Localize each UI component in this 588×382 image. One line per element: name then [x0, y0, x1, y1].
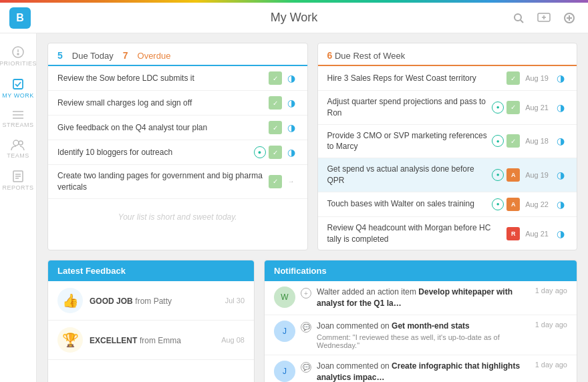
teal-circle[interactable]: ●: [254, 146, 266, 158]
check-btn[interactable]: ✓: [269, 121, 282, 134]
notif-content-2: Joan commented on Create infographic tha…: [317, 361, 530, 382]
check-btn[interactable]: ✓: [506, 134, 520, 148]
sidebar-item-streams[interactable]: STREAMS: [0, 104, 36, 131]
due-date: Aug 22: [525, 200, 549, 208]
feedback-badge-1: EXCELLENT: [90, 336, 137, 345]
task-text: Review Q4 headcount with Morgan before H…: [327, 222, 503, 245]
check-btn[interactable]: ✓: [269, 96, 282, 110]
svg-point-15: [13, 140, 19, 146]
check-btn[interactable]: ✓: [269, 175, 282, 188]
task-actions: R Aug 21 ◑: [506, 227, 567, 240]
due-today-panel: 5 Due Today 7 Overdue Review the Sow bef…: [47, 43, 308, 250]
alert-badge[interactable]: A: [506, 198, 520, 211]
task-actions: ✓ →: [269, 175, 298, 188]
circle-btn[interactable]: ◑: [285, 146, 298, 159]
due-today-task-3: Identify 10 bloggers for outreach ● ✓ ◑: [48, 140, 307, 165]
rest-task-3: Get spend vs actual analysis done before…: [318, 158, 577, 192]
circle-btn[interactable]: ◑: [554, 134, 567, 148]
circle-btn[interactable]: ◑: [554, 71, 567, 85]
svg-rect-11: [13, 79, 23, 89]
task-text: Touch bases with Walter on sales trainin…: [327, 198, 488, 210]
circle-btn[interactable]: ◑: [285, 121, 298, 134]
teal-circle[interactable]: ●: [492, 102, 504, 114]
feedback-info-0: GOOD JOB from Patty: [90, 296, 218, 306]
check-btn[interactable]: ✓: [506, 71, 520, 85]
sidebar-label-reports: REPORTS: [3, 184, 34, 191]
add-goal-button[interactable]: [535, 9, 553, 27]
task-actions: ✓ ◑: [269, 96, 298, 110]
check-btn[interactable]: ✓: [506, 101, 520, 114]
task-text: Provide 3 CMO or SVP marketing reference…: [327, 130, 488, 153]
task-text: Create two landing pages for government …: [57, 170, 265, 193]
notif-time-1: 1 day ago: [535, 321, 567, 329]
circle-btn[interactable]: ◑: [554, 227, 567, 240]
sidebar-label-priorities: PRIORITIES: [0, 60, 37, 67]
task-actions: ✓ ◑: [269, 121, 298, 134]
sidebar-item-reports[interactable]: REPORTS: [0, 164, 36, 194]
empty-message: Your list is short and sweet today.: [48, 199, 307, 235]
feedback-date-1: Aug 08: [221, 336, 245, 344]
notif-avatar-2: J: [274, 361, 295, 382]
task-text: Give feedback on the Q4 analyst tour pla…: [57, 122, 265, 134]
sidebar-item-priorities[interactable]: PRIORITIES: [0, 40, 36, 69]
notif-time-2: 1 day ago: [535, 361, 567, 369]
rest-task-5: Review Q4 headcount with Morgan before H…: [318, 217, 577, 250]
due-date: Aug 21: [525, 230, 549, 238]
add-icon: +: [301, 288, 311, 299]
circle-btn[interactable]: ◑: [554, 168, 567, 182]
feedback-badge-0: GOOD JOB: [90, 297, 133, 306]
due-today-label: Due Today: [72, 51, 114, 61]
svg-point-0: [514, 14, 521, 21]
check-btn[interactable]: ✓: [269, 146, 282, 159]
notif-item-2: J 💬 Joan commented on Create infographic…: [265, 355, 577, 382]
notif-text-before: Walter added an action item: [317, 287, 418, 297]
sidebar-item-teams[interactable]: TEAMS: [0, 134, 36, 162]
sidebar-label-mywork: MY WORK: [2, 92, 33, 99]
arrow-btn[interactable]: →: [285, 175, 298, 188]
feedback-from-0: from Patty: [135, 297, 172, 306]
notif-avatar-1: J: [274, 321, 295, 342]
teal-circle[interactable]: ●: [492, 135, 504, 147]
notif-avatar-0: W: [274, 286, 295, 308]
svg-point-10: [17, 53, 19, 55]
notif-text-1: Joan commented on Get month-end stats: [317, 321, 530, 332]
app-logo[interactable]: B: [9, 7, 31, 29]
red-badge[interactable]: R: [506, 227, 520, 240]
circle-btn[interactable]: ◑: [554, 101, 567, 114]
feedback-from-1: from Emma: [140, 336, 181, 345]
overdue-count: 7: [123, 50, 128, 61]
notif-text-2: Joan commented on Create infographic tha…: [317, 361, 530, 382]
comment-icon-1: 💬: [301, 322, 311, 333]
sidebar-item-mywork[interactable]: MY WORK: [0, 72, 36, 102]
circle-btn[interactable]: ◑: [285, 96, 298, 110]
notif-item-0: W + Walter added an action item Develop …: [265, 281, 577, 315]
circle-btn[interactable]: ◑: [285, 71, 298, 85]
task-text: Review the Sow before LDC submits it: [57, 73, 265, 84]
rest-task-0: Hire 3 Sales Reps for West Coast territo…: [318, 66, 577, 91]
rest-of-week-header: 6 Due Rest of Week: [318, 43, 577, 66]
latest-feedback-panel: Latest Feedback 👍 GOOD JOB from Patty Ju…: [47, 260, 255, 382]
add-button[interactable]: [560, 9, 579, 27]
check-btn[interactable]: ✓: [269, 71, 282, 85]
notif-content-1: Joan commented on Get month-end stats Co…: [317, 321, 530, 349]
task-actions: ✓ Aug 19 ◑: [506, 71, 567, 85]
due-date: Aug 19: [525, 74, 549, 82]
notif-text-bold: Get month-end stats: [392, 321, 470, 331]
due-rest-panel: 6 Due Rest of Week Hire 3 Sales Reps for…: [317, 43, 578, 250]
search-button[interactable]: [509, 9, 528, 27]
svg-point-16: [19, 141, 23, 145]
notif-text-before: Joan commented on: [317, 321, 392, 331]
task-actions: ● ✓ Aug 18 ◑: [492, 134, 567, 148]
teal-circle[interactable]: ●: [492, 169, 504, 181]
notif-text-0: Walter added an action item Develop whit…: [317, 286, 530, 309]
teal-circle[interactable]: ●: [492, 198, 504, 210]
alert-badge[interactable]: A: [506, 168, 520, 182]
feedback-date-0: Jul 30: [225, 297, 245, 305]
rest-task-1: Adjust quarter spend projections and pas…: [318, 91, 577, 125]
bottom-panels: Latest Feedback 👍 GOOD JOB from Patty Ju…: [47, 260, 577, 382]
main-content: 5 Due Today 7 Overdue Review the Sow bef…: [37, 33, 588, 382]
feedback-item-0: 👍 GOOD JOB from Patty Jul 30: [48, 281, 254, 321]
feedback-header: Latest Feedback: [48, 260, 254, 281]
circle-btn[interactable]: ◑: [554, 198, 567, 211]
task-actions: ● A Aug 19 ◑: [492, 168, 567, 182]
